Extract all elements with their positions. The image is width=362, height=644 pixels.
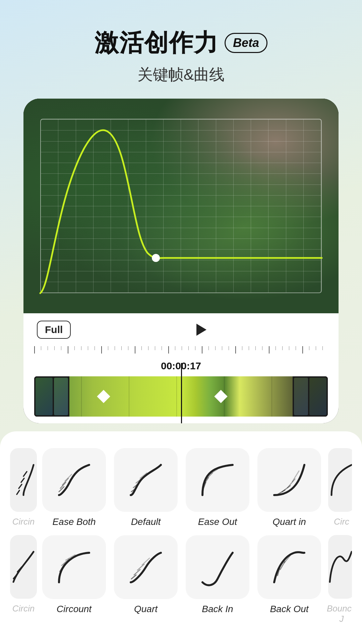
preset-quart: Quart <box>114 535 178 614</box>
svg-line-9 <box>62 478 68 485</box>
right-edge-item-2: Bounce J <box>326 535 352 624</box>
preset-default: Default <box>114 448 178 527</box>
right-partial-card-2[interactable] <box>328 535 352 599</box>
left-partial-card-1[interactable] <box>10 448 37 512</box>
preset-label-default: Default <box>131 517 161 527</box>
keyframe-right[interactable] <box>214 390 228 403</box>
left-edge-item-2: Circin <box>10 535 37 614</box>
full-button[interactable]: Full <box>37 321 71 339</box>
right-edge-presets: Circ Bounce J <box>326 448 352 624</box>
preset-card-default[interactable] <box>114 448 178 512</box>
right-edge-item-1: Circ <box>326 448 352 527</box>
preset-quart-in: Quart in <box>257 448 321 527</box>
beta-badge: Beta <box>225 33 267 53</box>
presets-panel: Circin Circin <box>0 431 362 644</box>
header-subtitle: 关键帧&曲线 <box>95 64 267 85</box>
ease-both-icon <box>52 458 96 502</box>
svg-line-29 <box>137 564 144 570</box>
preset-card-ease-both[interactable] <box>42 448 106 512</box>
default-icon <box>124 458 168 502</box>
svg-line-27 <box>131 575 136 579</box>
right-curve-icon-1 <box>328 458 352 502</box>
quart-in-icon <box>267 458 311 502</box>
back-out-icon <box>267 545 311 589</box>
timeline-area: 00:00:17 <box>23 346 339 423</box>
back-in-icon <box>196 545 239 589</box>
preset-back-in: Back In <box>186 535 249 614</box>
presets-scroll-container: Circin Circin <box>10 448 352 624</box>
svg-line-1 <box>17 490 19 494</box>
preset-card-back-out[interactable] <box>257 535 321 599</box>
preset-label-ease-both: Ease Both <box>52 517 96 527</box>
animation-curve <box>23 99 339 313</box>
preset-card-back-in[interactable] <box>186 535 249 599</box>
page-title: 激活创作力 <box>95 27 219 59</box>
video-area <box>23 99 339 313</box>
preset-label-ease-out: Ease Out <box>198 517 237 527</box>
left-partial-card-2[interactable] <box>10 535 37 599</box>
left-partial-label-2: Circin <box>12 603 35 614</box>
page-container: 激活创作力 Beta 关键帧&曲线 Full <box>0 0 362 644</box>
quart-icon <box>124 545 168 589</box>
left-edge-item-1: Circin <box>10 448 37 527</box>
preset-label-circount: Circount <box>57 604 92 614</box>
preset-circount: Circount <box>42 535 106 614</box>
left-partial-label-1: Circin <box>12 517 35 527</box>
preset-label-quart: Quart <box>134 604 158 614</box>
timeline-ruler <box>34 346 328 358</box>
svg-point-0 <box>152 254 160 262</box>
svg-line-3 <box>21 478 24 482</box>
preset-card-circount[interactable] <box>42 535 106 599</box>
preset-card-ease-out[interactable] <box>186 448 249 512</box>
keyframe-left[interactable] <box>97 390 110 403</box>
preset-label-back-in: Back In <box>202 604 233 614</box>
header-title-row: 激活创作力 Beta <box>95 27 267 59</box>
play-button-container[interactable] <box>77 324 325 336</box>
svg-line-2 <box>19 484 22 488</box>
right-partial-card-1[interactable] <box>328 448 352 512</box>
filmstrip-container[interactable] <box>34 376 328 417</box>
left-curve-icon-1 <box>10 458 37 502</box>
right-partial-label-1: Circ <box>334 517 349 527</box>
presets-main-grid: Ease Both Default <box>42 448 321 614</box>
right-partial-label-2: Bounce J <box>326 603 352 624</box>
circount-icon <box>52 545 96 589</box>
preset-ease-out: Ease Out <box>186 448 249 527</box>
preset-card-quart-in[interactable] <box>257 448 321 512</box>
right-curve-icon-2 <box>328 545 352 589</box>
left-curve-icon-2 <box>10 545 37 589</box>
header: 激活创作力 Beta 关键帧&曲线 <box>95 27 267 85</box>
controls-bar: Full <box>23 313 339 346</box>
preset-label-quart-in: Quart in <box>273 517 306 527</box>
playhead[interactable] <box>181 363 182 423</box>
preset-card-quart[interactable] <box>114 535 178 599</box>
video-card: Full 00:00:17 <box>23 99 339 423</box>
preset-back-out: Back Out <box>257 535 321 614</box>
play-icon[interactable] <box>196 324 206 336</box>
ease-out-icon <box>196 458 239 502</box>
preset-ease-both: Ease Both <box>42 448 106 527</box>
preset-label-back-out: Back Out <box>270 604 308 614</box>
left-edge-presets: Circin Circin <box>10 448 37 614</box>
svg-line-4 <box>23 472 27 476</box>
